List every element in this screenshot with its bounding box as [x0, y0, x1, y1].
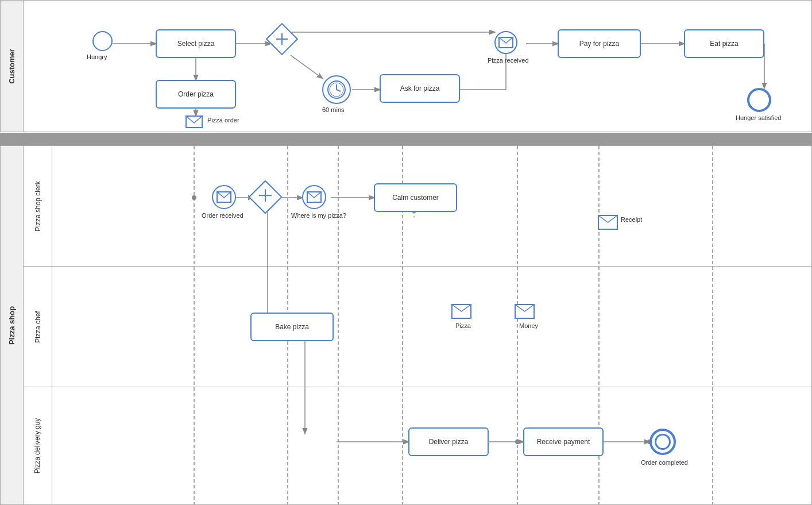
- task-bake-pizza[interactable]: Bake pizza: [250, 313, 334, 341]
- msg-catch-event: [494, 31, 517, 54]
- customer-pool-label: Customer: [1, 1, 24, 132]
- pizzashop-pool-label: Pizza shop: [1, 146, 24, 504]
- customer-label-text: Customer: [7, 49, 16, 84]
- order-completed-label: Order completed: [641, 459, 688, 466]
- end-event-hungry-satisfied: [747, 88, 771, 112]
- task-eat-pizza[interactable]: Eat pizza: [684, 29, 764, 58]
- svg-line-5: [291, 55, 322, 78]
- timer-label: 60 mins: [322, 106, 345, 113]
- receipt-msg: [598, 215, 618, 230]
- pizza-received-label: Pizza received: [488, 57, 529, 64]
- chef-label: Pizza chef: [24, 267, 52, 387]
- end-event-label: Hunger satisfied: [736, 114, 782, 121]
- chef-label-text: Pizza chef: [34, 311, 42, 342]
- pizzashop-label-text: Pizza shop: [7, 306, 16, 344]
- order-received-msg-event: [212, 185, 236, 209]
- swimlane-chef: Pizza chef: [24, 267, 811, 387]
- task-ask-pizza[interactable]: Ask for pizza: [380, 74, 460, 103]
- task-pay-pizza[interactable]: Pay for pizza: [558, 29, 641, 58]
- customer-pool-content: Hungry Select pizza Order pizza Pizza or…: [24, 1, 811, 132]
- pizza-order-label: Pizza order: [207, 117, 239, 124]
- task-receive-payment[interactable]: Receive payment: [523, 427, 604, 456]
- where-msg-event: [302, 185, 326, 209]
- customer-pool: Customer: [0, 0, 812, 132]
- pizza-chef-label: Pizza: [455, 322, 471, 329]
- task-order-pizza[interactable]: Order pizza: [156, 80, 236, 109]
- task-deliver-pizza[interactable]: Deliver pizza: [408, 427, 489, 456]
- receipt-label: Receipt: [621, 216, 642, 223]
- pool-separator: [0, 133, 812, 145]
- gateway-customer: [266, 23, 299, 56]
- end-event-order-completed: [649, 429, 676, 455]
- clerk-label-text: Pizza shop clerk: [34, 181, 42, 231]
- pizza-msg: [451, 304, 471, 319]
- start-event-hungry: [92, 31, 113, 51]
- task-select-pizza[interactable]: Select pizza: [156, 29, 236, 58]
- pizzashop-pool: Pizza shop Pizza shop clerk Pizza chef P…: [0, 145, 812, 505]
- diagram-container: Customer: [0, 0, 812, 505]
- timer-event-60mins: [322, 75, 351, 104]
- delivery-label-text: Pizza delivery guy: [34, 418, 42, 474]
- where-pizza-label: Where is my pizza?: [291, 212, 346, 219]
- pizzashop-pool-content: Pizza shop clerk Pizza chef Pizza delive…: [24, 146, 811, 504]
- money-msg: [515, 304, 535, 319]
- start-event-label: Hungry: [87, 53, 107, 60]
- customer-connections: [24, 1, 811, 132]
- money-label: Money: [519, 322, 538, 329]
- delivery-label: Pizza delivery guy: [24, 387, 52, 504]
- pizza-order-message: [185, 115, 203, 128]
- order-received-label: Order received: [202, 212, 243, 219]
- clerk-label: Pizza shop clerk: [24, 146, 52, 266]
- task-calm-customer[interactable]: Calm customer: [374, 183, 457, 212]
